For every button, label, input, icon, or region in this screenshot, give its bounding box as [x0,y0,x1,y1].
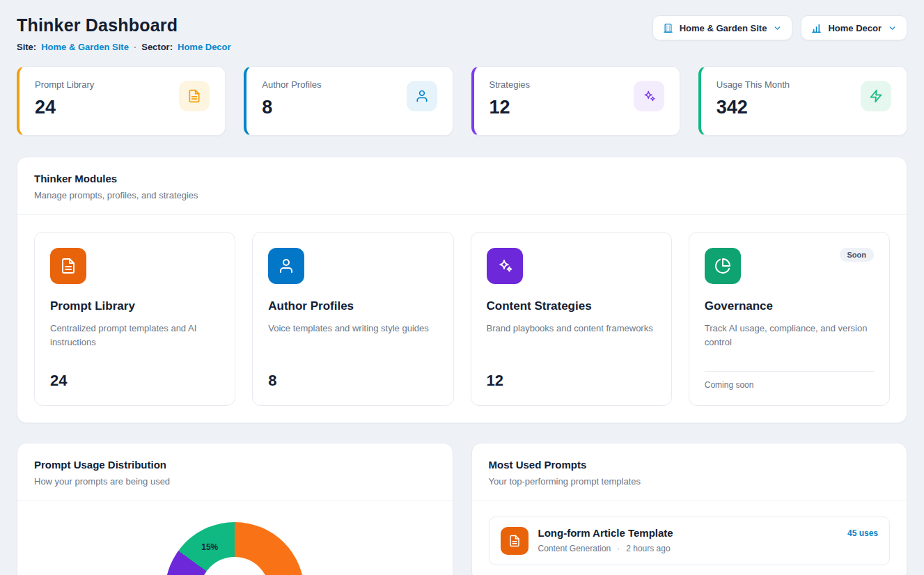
site-selector-label: Home & Garden Site [680,23,767,33]
module-top: Soon [705,248,874,284]
modules-subtitle: Manage prompts, profiles, and strategies [34,190,890,200]
module-card-prompt-library[interactable]: Prompt Library Centralized prompt templa… [34,232,235,406]
sparkles-icon [634,81,664,111]
thinker-modules-section: Thinker Modules Manage prompts, profiles… [17,157,907,423]
stat-label: Strategies [490,79,531,90]
modules-title: Thinker Modules [34,173,890,184]
module-title: Governance [705,299,874,313]
stat-label: Prompt Library [35,79,94,90]
sector-link[interactable]: Home Decor [178,42,231,52]
prompt-list-item[interactable]: Long-form Article Template Content Gener… [489,517,891,565]
module-title: Content Strategies [487,299,656,313]
donut-segment-label: 15% [201,542,218,552]
module-count: 8 [268,372,437,390]
soon-badge: Soon [840,248,875,262]
site-selector-dropdown[interactable]: Home & Garden Site [652,15,793,40]
site-link[interactable]: Home & Garden Site [41,42,129,52]
module-count: 12 [487,372,656,390]
bar-chart-icon [811,23,822,33]
sector-selector-label: Home Decor [828,23,882,33]
most-used-prompts-panel: Most Used Prompts Your top-performing pr… [471,443,908,575]
document-icon [50,248,86,284]
stat-card-author-profiles: Author Profiles 8 [244,66,453,136]
header-left: Thinker Dashboard Site: Home & Garden Si… [17,15,231,52]
stat-text: Author Profiles 8 [262,79,321,118]
site-label: Site: [17,42,36,52]
module-description: Centralized prompt templates and AI inst… [50,322,219,349]
stat-card-prompt-library: Prompt Library 24 [17,66,226,136]
separator-dot: · [134,42,136,52]
module-description: Voice templates and writing style guides [268,322,437,336]
usage-panel-title: Prompt Usage Distribution [34,459,436,471]
stat-label: Author Profiles [262,79,321,90]
stat-value: 342 [717,97,790,118]
coming-soon-label: Coming soon [705,371,874,390]
stat-value: 24 [35,97,94,118]
sector-label: Sector: [141,42,173,52]
header-actions: Home & Garden Site Home Decor [652,15,907,40]
pie-chart-icon [705,248,741,284]
prompt-category: Content Generation [538,544,611,553]
prompt-time: 2 hours ago [626,544,670,553]
usage-donut: 15% [165,522,304,575]
stat-value: 12 [490,97,531,118]
stat-label: Usage This Month [717,79,790,90]
stat-text: Prompt Library 24 [35,79,94,118]
module-top [268,248,437,284]
stat-card-usage: Usage This Month 342 [698,66,907,136]
document-icon [179,81,210,111]
modules-grid: Prompt Library Centralized prompt templa… [17,215,907,423]
document-icon [501,527,528,555]
stat-card-strategies: Strategies 12 [471,66,680,136]
stat-value: 8 [262,97,321,118]
sparkles-icon [487,248,523,284]
module-card-author-profiles[interactable]: Author Profiles Voice templates and writ… [252,232,453,406]
stat-text: Usage This Month 342 [717,79,790,118]
module-title: Author Profiles [268,299,437,313]
prompt-title: Long-form Article Template [538,527,838,539]
prompt-list: Long-form Article Template Content Gener… [472,501,907,575]
page-header: Thinker Dashboard Site: Home & Garden Si… [17,15,907,52]
usage-panel-header: Prompt Usage Distribution How your promp… [17,443,453,501]
module-card-content-strategies[interactable]: Content Strategies Brand playbooks and c… [471,232,672,406]
module-description: Track AI usage, compliance, and version … [705,322,874,349]
page-title: Thinker Dashboard [17,15,231,36]
prompt-meta: Content Generation · 2 hours ago [538,544,838,553]
user-icon [268,248,304,284]
prompt-uses-badge: 45 uses [847,528,878,538]
stat-text: Strategies 12 [490,79,531,118]
chevron-down-icon [773,24,782,33]
module-title: Prompt Library [50,299,219,313]
prompts-panel-header: Most Used Prompts Your top-performing pr… [472,443,907,501]
prompts-panel-subtitle: Your top-performing prompt templates [489,476,891,487]
usage-chart-area: 15% [17,501,453,575]
sector-selector-dropdown[interactable]: Home Decor [801,15,907,40]
usage-distribution-panel: Prompt Usage Distribution How your promp… [17,443,453,575]
stats-row: Prompt Library 24 Author Profiles 8 Stra… [17,66,907,136]
dashboard-page: Thinker Dashboard Site: Home & Garden Si… [0,0,924,575]
user-icon [407,81,437,111]
module-top [50,248,219,284]
module-card-governance[interactable]: Soon Governance Track AI usage, complian… [689,232,890,406]
breadcrumb: Site: Home & Garden Site · Sector: Home … [17,42,231,52]
prompts-panel-title: Most Used Prompts [489,459,891,471]
separator-dot: · [617,544,620,553]
module-description: Brand playbooks and content frameworks [487,322,656,336]
prompt-info: Long-form Article Template Content Gener… [538,527,838,553]
chevron-down-icon [888,24,897,33]
modules-header: Thinker Modules Manage prompts, profiles… [17,157,907,215]
bottom-row: Prompt Usage Distribution How your promp… [17,443,907,575]
module-count: 24 [50,372,219,390]
module-top [487,248,656,284]
usage-panel-subtitle: How your prompts are being used [34,476,436,487]
building-icon [663,23,673,33]
bolt-icon [861,81,891,111]
